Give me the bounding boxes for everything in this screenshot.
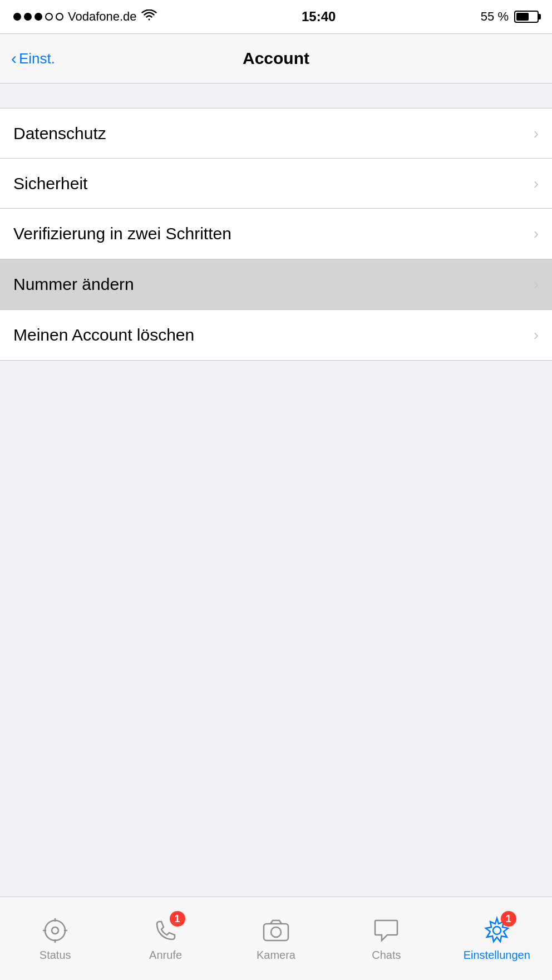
anrufe-badge: 1 <box>170 911 185 927</box>
tab-label-chats: Chats <box>372 949 401 962</box>
tab-label-kamera: Kamera <box>257 949 295 962</box>
tab-item-chats[interactable]: Chats <box>336 915 436 962</box>
tab-item-status[interactable]: Status <box>5 915 105 962</box>
signal-dot-1 <box>13 13 21 21</box>
battery-shape <box>514 11 539 23</box>
status-bar: Vodafone.de 15:40 55 % <box>0 0 552 33</box>
wifi-icon <box>141 9 157 24</box>
anrufe-icon: 1 <box>151 915 181 945</box>
tab-bar: Status 1 Anrufe Kamera Chats <box>0 897 552 980</box>
account-menu-section-1: Datenschutz › Sicherheit › Verifizierung… <box>0 108 552 259</box>
chevron-right-icon: › <box>534 225 539 243</box>
menu-item-datenschutz-label: Datenschutz <box>13 124 106 143</box>
chevron-right-icon: › <box>534 175 539 193</box>
battery-icon <box>514 11 539 23</box>
signal-dot-2 <box>24 13 32 21</box>
einstellungen-icon: 1 <box>482 915 512 945</box>
section-spacer-top <box>0 83 552 108</box>
signal-dot-3 <box>34 13 42 21</box>
back-chevron-icon: ‹ <box>11 50 17 67</box>
chevron-right-icon: › <box>534 326 539 344</box>
battery-fill <box>516 13 529 21</box>
account-menu-section-3: Meinen Account löschen › <box>0 310 552 361</box>
tab-label-anrufe: Anrufe <box>149 949 182 962</box>
menu-item-account-loeschen-label: Meinen Account löschen <box>13 326 194 344</box>
signal-dot-4 <box>45 13 53 21</box>
menu-item-sicherheit[interactable]: Sicherheit › <box>0 159 552 209</box>
svg-rect-6 <box>264 924 288 940</box>
carrier-text: Vodafone.de <box>68 9 137 24</box>
tab-item-einstellungen[interactable]: 1 Einstellungen <box>447 915 547 962</box>
menu-item-verifizierung[interactable]: Verifizierung in zwei Schritten › <box>0 209 552 259</box>
kamera-icon <box>261 915 291 945</box>
menu-item-verifizierung-label: Verifizierung in zwei Schritten <box>13 224 231 243</box>
status-right: 55 % <box>481 9 539 24</box>
page-title: Account <box>243 49 309 68</box>
chats-icon <box>371 915 401 945</box>
back-label: Einst. <box>19 50 55 67</box>
menu-item-nummer-aendern-label: Nummer ändern <box>13 275 134 294</box>
status-left: Vodafone.de <box>13 9 157 24</box>
navigation-bar: ‹ Einst. Account <box>0 33 552 83</box>
tab-item-anrufe[interactable]: 1 Anrufe <box>116 915 216 962</box>
status-icon <box>40 915 70 945</box>
svg-point-8 <box>493 927 501 934</box>
menu-item-account-loeschen[interactable]: Meinen Account löschen › <box>0 310 552 360</box>
battery-percent: 55 % <box>481 9 509 24</box>
content-area <box>0 361 552 845</box>
account-menu-section-2: Nummer ändern › <box>0 259 552 310</box>
signal-dots <box>13 13 63 21</box>
svg-point-7 <box>271 927 281 937</box>
svg-point-1 <box>52 927 58 934</box>
svg-point-0 <box>45 920 65 940</box>
tab-label-einstellungen: Einstellungen <box>464 949 530 962</box>
tab-label-status: Status <box>40 949 71 962</box>
menu-item-nummer-aendern[interactable]: Nummer ändern › <box>0 259 552 309</box>
carrier-wifi: Vodafone.de <box>68 9 157 24</box>
tab-item-kamera[interactable]: Kamera <box>226 915 326 962</box>
chevron-right-icon: › <box>534 275 539 293</box>
signal-dot-5 <box>56 13 63 21</box>
status-time: 15:40 <box>302 9 336 24</box>
menu-item-sicherheit-label: Sicherheit <box>13 174 87 193</box>
einstellungen-badge: 1 <box>501 911 516 927</box>
chevron-right-icon: › <box>534 125 539 142</box>
back-button[interactable]: ‹ Einst. <box>11 50 55 67</box>
menu-item-datenschutz[interactable]: Datenschutz › <box>0 109 552 159</box>
